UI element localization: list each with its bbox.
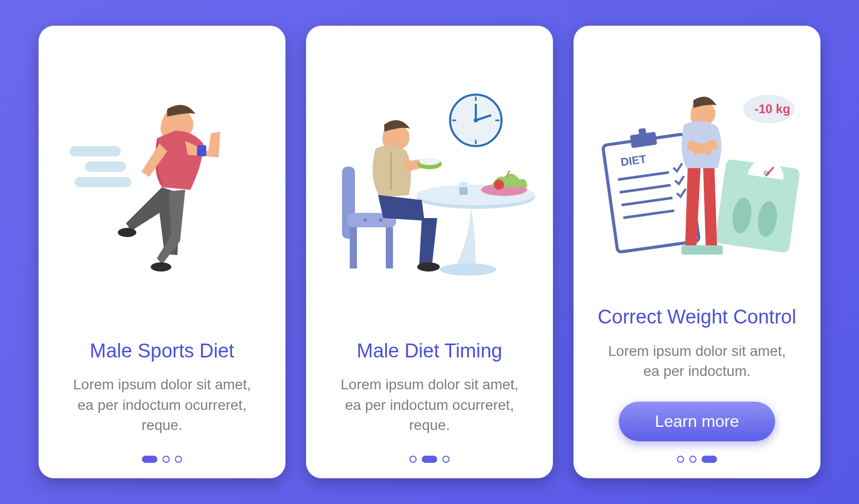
page-indicator (677, 456, 717, 463)
page-dot-3[interactable] (702, 456, 717, 463)
onboarding-card-sports-diet: Male Sports Diet Lorem ipsum dolor sit a… (39, 26, 285, 478)
weight-badge: -10 kg (755, 102, 790, 116)
svg-point-18 (494, 179, 504, 190)
svg-rect-33 (638, 128, 647, 136)
svg-rect-24 (386, 227, 393, 268)
svg-rect-0 (69, 146, 121, 156)
scale-value: 80 (763, 169, 771, 176)
card-title: Correct Weight Control (598, 305, 796, 330)
illustration-weight-control: DIET 80 -10 kg (589, 46, 805, 305)
page-indicator (142, 456, 182, 463)
onboarding-card-diet-timing: Male Diet Timing Lorem ipsum dolor sit a… (306, 26, 553, 478)
page-dot-2[interactable] (422, 456, 437, 463)
card-title: Male Diet Timing (357, 339, 503, 364)
svg-rect-3 (197, 145, 206, 156)
svg-point-26 (379, 219, 382, 222)
page-dot-3[interactable] (175, 456, 182, 463)
card-description: Lorem ipsum dolor sit amet, ea per indoc… (589, 341, 805, 381)
page-indicator (409, 456, 450, 463)
page-dot-2[interactable] (163, 456, 170, 463)
svg-point-16 (440, 263, 496, 276)
learn-more-button[interactable]: Learn more (619, 402, 775, 441)
card-title: Male Sports Diet (90, 339, 235, 364)
svg-rect-1 (85, 161, 126, 172)
onboarding-card-weight-control: DIET 80 -10 kg (574, 26, 820, 478)
illustration-eating-man (321, 46, 538, 339)
svg-rect-43 (682, 245, 723, 255)
svg-point-5 (151, 262, 171, 272)
svg-rect-20 (459, 187, 468, 195)
page-dot-3[interactable] (442, 456, 450, 463)
svg-point-4 (118, 228, 136, 237)
svg-rect-23 (350, 227, 357, 268)
page-dot-1[interactable] (142, 456, 157, 463)
svg-point-29 (419, 158, 440, 165)
card-description: Lorem ipsum dolor sit amet, ea per indoc… (54, 374, 270, 435)
card-description: Lorem ipsum dolor sit amet, ea per indoc… (321, 374, 538, 435)
svg-rect-2 (75, 177, 131, 187)
illustration-running-man (54, 46, 270, 339)
svg-point-30 (417, 262, 440, 272)
page-dot-2[interactable] (689, 456, 696, 463)
page-dot-1[interactable] (409, 456, 417, 463)
page-dot-1[interactable] (677, 456, 684, 463)
svg-point-25 (364, 219, 367, 222)
